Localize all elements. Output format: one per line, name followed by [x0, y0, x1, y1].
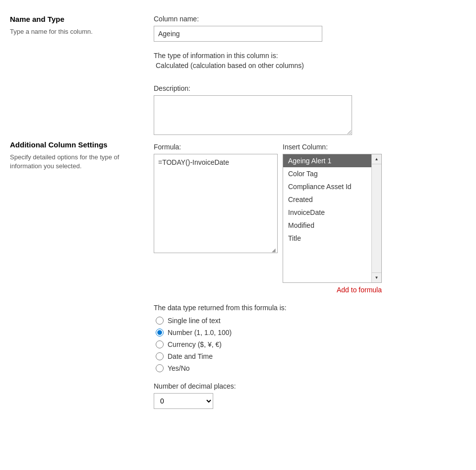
- section2-title: Additional Column Settings: [10, 140, 139, 149]
- listbox-item-1[interactable]: Color Tag: [283, 167, 381, 180]
- section1-title: Name and Type: [10, 15, 139, 23]
- listbox-scrollbar[interactable]: ▲ ▼: [371, 154, 381, 282]
- radio-yesno-label: Yes/No: [168, 364, 190, 372]
- radio-text[interactable]: Single line of text: [156, 317, 466, 325]
- listbox-item-6[interactable]: Title: [283, 232, 381, 245]
- decimal-select[interactable]: 0 1 2 3 4 5: [154, 393, 213, 409]
- radio-yesno[interactable]: Yes/No: [156, 364, 466, 372]
- decimal-label: Number of decimal places:: [154, 382, 466, 390]
- formula-textarea[interactable]: =TODAY()-InvoiceDate: [154, 154, 278, 253]
- data-type-label: The data type returned from this formula…: [154, 304, 466, 312]
- insert-column-label: Insert Column:: [283, 143, 382, 151]
- scrollbar-track: [372, 164, 381, 272]
- section2-description: Specify detailed options for the type of…: [10, 153, 139, 171]
- section1: Name and Type Type a name for this colum…: [10, 15, 139, 36]
- description-label: Description:: [154, 84, 466, 92]
- listbox-item-5[interactable]: Modified: [283, 219, 381, 232]
- listbox-item-0[interactable]: Ageing Alert 1: [283, 154, 381, 167]
- resize-handle: ◢: [272, 247, 276, 253]
- formula-label: Formula:: [154, 143, 278, 151]
- radio-number-input[interactable]: [156, 329, 164, 336]
- radio-datetime-label: Date and Time: [168, 352, 213, 360]
- listbox-item-3[interactable]: Created: [283, 193, 381, 206]
- radio-currency-input[interactable]: [156, 340, 164, 348]
- add-to-formula-link[interactable]: Add to formula: [283, 286, 382, 294]
- listbox-item-2[interactable]: Compliance Asset Id: [283, 180, 381, 193]
- radio-number-label: Number (1, 1.0, 100): [168, 329, 232, 336]
- radio-currency-label: Currency ($, ¥, €): [168, 340, 222, 348]
- radio-text-label: Single line of text: [168, 317, 221, 325]
- radio-yesno-input[interactable]: [156, 364, 164, 372]
- radio-currency[interactable]: Currency ($, ¥, €): [156, 340, 466, 348]
- radio-datetime[interactable]: Date and Time: [156, 352, 466, 360]
- scrollbar-down-button[interactable]: ▼: [372, 272, 381, 282]
- insert-column-listbox: Ageing Alert 1 Color Tag Compliance Asse…: [283, 154, 382, 283]
- radio-number[interactable]: Number (1, 1.0, 100): [156, 329, 466, 336]
- radio-datetime-input[interactable]: [156, 352, 164, 360]
- section1-description: Type a name for this column.: [10, 27, 139, 36]
- column-name-label: Column name:: [154, 15, 466, 23]
- data-type-radio-group: Single line of text Number (1, 1.0, 100)…: [156, 317, 466, 372]
- section2: Additional Column Settings Specify detai…: [10, 140, 139, 171]
- radio-text-input[interactable]: [156, 317, 164, 325]
- column-name-input[interactable]: [154, 26, 322, 42]
- description-textarea[interactable]: [154, 95, 352, 135]
- listbox-item-4[interactable]: InvoiceDate: [283, 206, 381, 219]
- scrollbar-up-button[interactable]: ▲: [372, 154, 381, 164]
- column-type-value: Calculated (calculation based on other c…: [154, 62, 466, 69]
- column-type-label: The type of information in this column i…: [154, 52, 466, 60]
